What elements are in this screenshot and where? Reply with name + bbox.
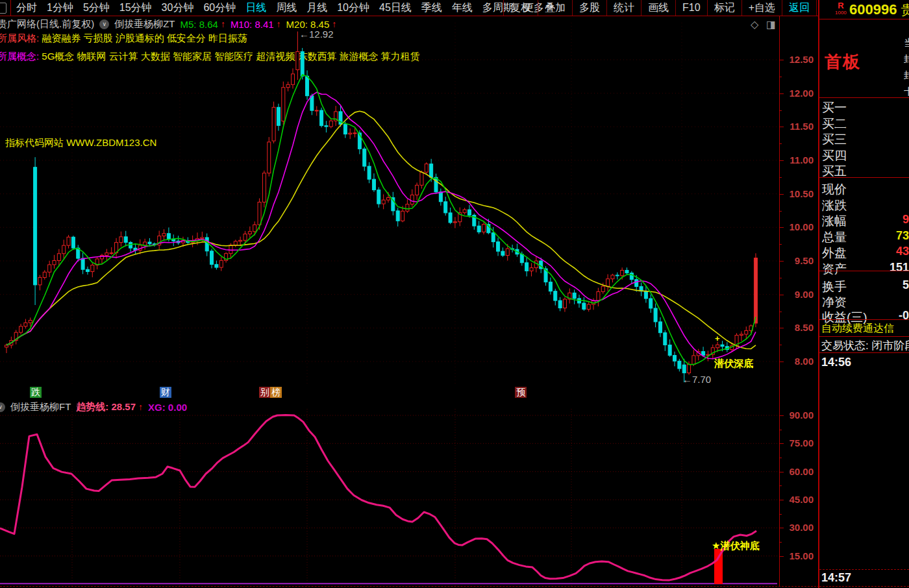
menu-buttons: 复权叠加多股统计画线F10标记+自选返回 <box>503 0 817 16</box>
menu-item[interactable]: 5分钟 <box>83 0 110 16</box>
divider <box>819 177 909 178</box>
menu-item[interactable]: 1分钟 <box>47 0 73 16</box>
axis-tick-label: 9.50 <box>781 255 814 266</box>
menu-separator <box>10 0 11 16</box>
menu-item[interactable]: 15分钟 <box>119 0 152 16</box>
event-tag: 别 <box>259 387 271 398</box>
menu-button[interactable]: 标记 <box>707 0 741 16</box>
divider <box>819 569 909 570</box>
axis-tick <box>779 415 784 416</box>
axis-tick <box>779 261 784 262</box>
menu-item[interactable]: 日线 <box>245 0 266 16</box>
info-field-label: 换手 <box>822 278 847 295</box>
back-button[interactable]: 返回 <box>782 0 817 16</box>
chevron-down-icon[interactable]: ∨ <box>0 402 5 412</box>
divider <box>819 586 909 587</box>
info-field-label: 外盘 <box>822 245 847 262</box>
event-tag: 预 <box>515 387 527 398</box>
clock-time-1: 14:56 <box>821 356 851 369</box>
axis-tick <box>779 556 784 557</box>
price-axis-line <box>779 16 780 586</box>
axis-tick <box>779 160 784 161</box>
info-field-label: 总量 <box>822 229 847 246</box>
menu-item[interactable]: 周线 <box>276 0 297 16</box>
axis-tick-label: 11.00 <box>781 154 814 165</box>
menu-button[interactable]: F10 <box>675 0 707 16</box>
axis-tick-label: 60.00 <box>781 466 814 477</box>
renewal-notice[interactable]: 自动续费通达信 <box>819 319 909 337</box>
menu-button[interactable]: 统计 <box>606 0 641 16</box>
info-panel: R1000 600996 贵广网络 首板 当封封十 买一买二买三买四买五 现价涨… <box>819 0 909 588</box>
info-field-label: 涨幅 <box>822 213 847 230</box>
first-board-badge: 首板 <box>825 51 861 73</box>
high-price-annotation: ←12.92 <box>299 29 334 40</box>
axis-tick <box>779 328 784 328</box>
bottom-divider <box>0 586 819 587</box>
axis-tick-label: 90.00 <box>781 410 814 421</box>
axis-minor-tick <box>779 312 782 312</box>
qianfu-shendi-label: 潜伏深底 <box>714 358 753 370</box>
axis-tick <box>779 295 784 295</box>
axis-minor-tick <box>779 77 782 77</box>
menu-item[interactable]: 年线 <box>452 0 473 16</box>
axis-tick-label: 9.00 <box>781 289 814 300</box>
menu-button[interactable]: +自选 <box>741 0 782 16</box>
menu-button[interactable]: 叠加 <box>538 0 572 16</box>
axis-tick-label: 8.50 <box>781 322 814 333</box>
menu-item[interactable]: 45日线 <box>379 0 412 16</box>
bid-level-label: 买一 <box>822 99 847 116</box>
clock-time-2: 14:57 <box>821 571 851 585</box>
axis-minor-tick <box>779 542 782 543</box>
axis-minor-tick <box>779 345 782 345</box>
trend-up-arrow: ↑ <box>138 402 143 412</box>
menu-nav: 分时1分钟5分钟15分钟30分钟60分钟日线周线月线10分钟45日线季线年线多周… <box>16 0 553 16</box>
menu-button[interactable]: 画线 <box>641 0 675 16</box>
axis-tick <box>779 361 784 362</box>
menu-item[interactable]: 月线 <box>306 0 327 16</box>
bid-level-label: 买四 <box>822 147 847 164</box>
axis-tick-label: 8.00 <box>781 356 814 367</box>
stock-code[interactable]: 600996 贵广网络 <box>849 1 909 19</box>
window-icon[interactable] <box>0 3 6 14</box>
qianfu-shendi-star-label: ★潜伏神底 <box>712 540 759 552</box>
bid-level-label: 买三 <box>822 131 847 148</box>
low-price-annotation: ←7.70 <box>682 374 711 385</box>
info-field-label: 资产 <box>822 261 847 278</box>
menu-item[interactable]: 30分钟 <box>162 0 194 16</box>
axis-tick <box>779 500 784 500</box>
divider <box>819 19 909 19</box>
stock-name: 贵广网络 <box>901 3 909 17</box>
axis-tick-label: 11.50 <box>781 121 814 132</box>
axis-tick <box>779 127 784 127</box>
event-tag: 榜 <box>270 387 282 398</box>
menu-item[interactable]: 季线 <box>421 0 442 16</box>
axis-tick <box>779 443 784 444</box>
info-field-label: 净资 <box>822 294 847 311</box>
info-field-value: 5 <box>903 278 909 292</box>
info-field-label: 涨跌 <box>822 197 847 214</box>
info-field-value: 9 <box>903 213 909 227</box>
menu-button[interactable]: 多股 <box>572 0 606 16</box>
axis-minor-tick <box>779 430 782 430</box>
sub-chart-svg[interactable] <box>0 399 779 588</box>
event-tag: 财 <box>160 387 171 398</box>
info-field-value: 43 <box>896 245 909 258</box>
signal-plus-icon: + <box>715 334 720 343</box>
app-window: 分时1分钟5分钟15分钟30分钟60分钟日线周线月线10分钟45日线季线年线多周… <box>0 0 909 588</box>
sub-indicator-name[interactable]: 倒拔垂杨柳FT <box>10 401 71 413</box>
menu-item[interactable]: 分时 <box>16 0 37 16</box>
menu-item[interactable]: 60分钟 <box>203 0 236 16</box>
axis-tick-label: 75.00 <box>781 437 814 448</box>
info-field-label: 现价 <box>822 181 847 198</box>
main-chart-svg[interactable] <box>0 16 779 386</box>
axis-tick-label: 10.50 <box>781 188 814 199</box>
menu-item[interactable]: 10分钟 <box>337 0 369 16</box>
axis-minor-tick <box>779 211 782 212</box>
menu-button[interactable]: 复权 <box>503 0 538 16</box>
axis-minor-tick <box>779 514 782 515</box>
axis-tick <box>779 472 784 472</box>
clipped-side-text: 当封封十 <box>904 34 909 99</box>
axis-minor-tick <box>779 244 782 245</box>
axis-tick-label: 45.00 <box>781 494 814 505</box>
axis-tick-label: 30.00 <box>781 522 814 533</box>
